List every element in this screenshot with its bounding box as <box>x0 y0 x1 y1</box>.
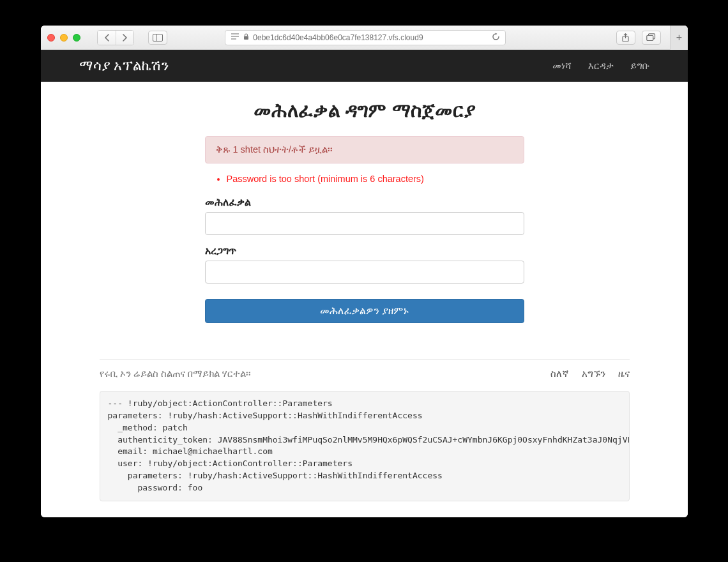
footer-about[interactable]: ስለኛ <box>550 368 569 379</box>
error-list: Password is too short (minimum is 6 char… <box>227 174 524 184</box>
lock-icon <box>243 33 249 42</box>
submit-button[interactable]: መሕለፈቃልዎን ያዘምኑ <box>205 299 524 323</box>
back-button[interactable] <box>98 31 116 45</box>
nav-buttons-group <box>97 30 134 45</box>
navbar-brand[interactable]: ማሳያ አፕልኬሽን <box>79 57 169 74</box>
nav-help[interactable]: እርዳታ <box>588 60 614 72</box>
toolbar-right <box>616 31 661 45</box>
safari-window: 0ebe1dc6d40e4a4bb06e0ca7fe138127.vfs.clo… <box>41 26 688 517</box>
footer-credit: የሩቢ ኦን ሬይልስ ስልጠና በማይክል ሃርተል፡፡ <box>100 368 251 379</box>
error-item: Password is too short (minimum is 6 char… <box>227 174 524 184</box>
minimize-window-button[interactable] <box>60 34 68 42</box>
password-label: መሕለፈቃል <box>205 197 524 208</box>
page-title: መሕለፈቃል ዳግም ማስጀመርያ <box>254 100 475 122</box>
close-window-button[interactable] <box>47 34 55 42</box>
footer: የሩቢ ኦን ሬይልስ ስልጠና በማይክል ሃርተል፡፡ ስለኛ አግኙን ዜ… <box>100 359 630 379</box>
address-bar[interactable]: 0ebe1dc6d40e4a4bb06e0ca7fe138127.vfs.clo… <box>225 30 506 45</box>
password-input[interactable] <box>205 212 524 235</box>
form-container: ቅጹ 1 shtet ስህተት/ቶች ይዟል፡፡ Password is too… <box>205 136 524 323</box>
page-body: መሕለፈቃል ዳግም ማስጀመርያ ቅጹ 1 shtet ስህተት/ቶች ይዟል… <box>41 82 688 517</box>
reader-icon[interactable] <box>231 33 239 42</box>
svg-rect-9 <box>647 36 653 41</box>
error-alert: ቅጹ 1 shtet ስህተት/ቶች ይዟል፡፡ <box>205 136 524 163</box>
nav-login[interactable]: ይግቡ <box>630 60 649 72</box>
zoom-window-button[interactable] <box>73 34 80 42</box>
browser-titlebar: 0ebe1dc6d40e4a4bb06e0ca7fe138127.vfs.clo… <box>41 26 688 50</box>
footer-contact[interactable]: አግኙን <box>582 368 605 379</box>
reload-button[interactable] <box>492 33 500 43</box>
svg-rect-0 <box>153 34 163 41</box>
password-group: መሕለፈቃል <box>205 197 524 235</box>
forward-button[interactable] <box>116 31 133 45</box>
svg-rect-5 <box>244 36 248 40</box>
footer-news[interactable]: ዜና <box>618 368 630 379</box>
confirm-label: አረጋግጥ <box>205 245 524 257</box>
url-text: 0ebe1dc6d40e4a4bb06e0ca7fe138127.vfs.clo… <box>253 33 488 42</box>
debug-dump: --- !ruby/object:ActionController::Param… <box>100 391 630 501</box>
page-viewport: ማሳያ አፕልኬሽን መነሻ እርዳታ ይግቡ መሕለፈቃል ዳግም ማስጀመር… <box>41 50 688 517</box>
new-tab-button[interactable]: + <box>670 26 688 50</box>
nav-home[interactable]: መነሻ <box>552 60 572 72</box>
share-button[interactable] <box>616 31 635 45</box>
navbar-links: መነሻ እርዳታ ይግቡ <box>552 60 649 72</box>
tabs-button[interactable] <box>642 31 661 45</box>
sidebar-button[interactable] <box>148 31 167 45</box>
footer-links: ስለኛ አግኙን ዜና <box>550 368 630 379</box>
confirm-group: አረጋግጥ <box>205 245 524 284</box>
traffic-lights <box>47 34 80 42</box>
confirm-input[interactable] <box>205 261 524 284</box>
app-navbar: ማሳያ አፕልኬሽን መነሻ እርዳታ ይግቡ <box>41 50 688 82</box>
